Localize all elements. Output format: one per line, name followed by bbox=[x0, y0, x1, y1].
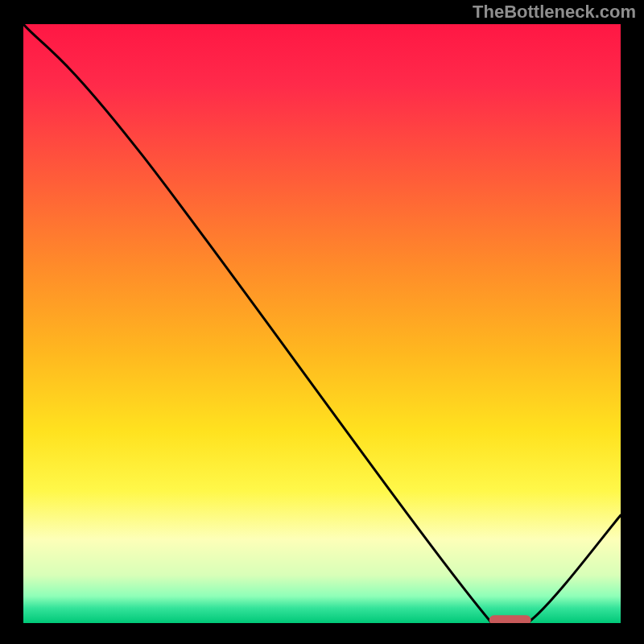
attribution-label: TheBottleneck.com bbox=[473, 2, 636, 23]
plot-area bbox=[23, 24, 621, 623]
bottleneck-chart bbox=[23, 24, 621, 623]
gradient-background bbox=[23, 24, 621, 623]
optimal-range-marker bbox=[489, 615, 531, 623]
